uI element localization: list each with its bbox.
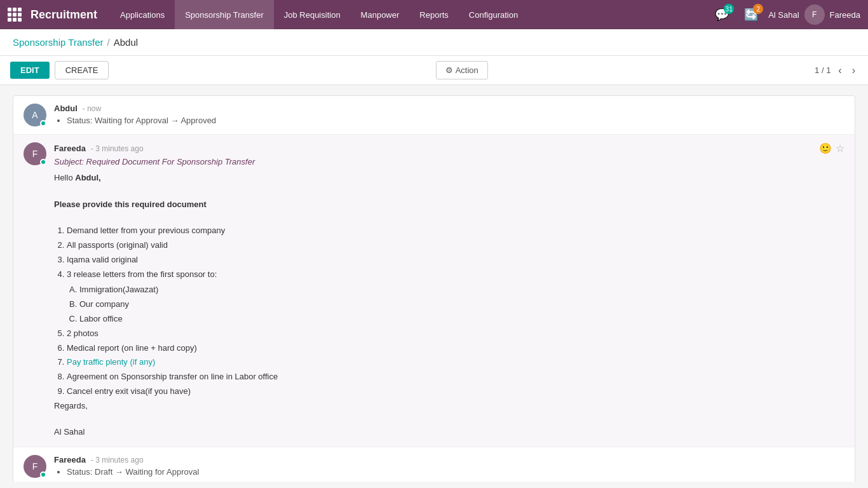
fareeda-avatar-text-2: F <box>32 461 38 471</box>
abdul-avatar: A <box>24 104 46 126</box>
toolbar: EDIT CREATE ⚙ Action 1 / 1 ‹ › <box>0 56 868 85</box>
fareeda-avatar-text: F <box>32 149 38 159</box>
activity-badge: 2 <box>753 4 763 14</box>
email-subject: Subject: Required Document For Sponsorsh… <box>54 157 844 166</box>
right-user-label: Fareeda <box>830 10 860 20</box>
gear-icon: ⚙ <box>445 65 453 75</box>
breadcrumb-parent[interactable]: Sponsorship Transfer <box>13 37 104 48</box>
chat-entry-status-approved: A Abdul - now Status: Waiting for Approv… <box>13 96 855 135</box>
nav-reports[interactable]: Reports <box>409 0 459 29</box>
doc-item-4: 3 release letters from the first sponsor… <box>67 268 844 326</box>
breadcrumb-separator: / <box>107 37 110 48</box>
doc-item-7: Pay traffic plenty (if any) <box>67 356 844 369</box>
user-avatar[interactable]: F <box>804 4 825 25</box>
fareeda-time-waiting: - 3 minutes ago <box>91 456 144 464</box>
sub-item-c: Labor office <box>79 313 844 326</box>
doc-item-6: Medical report (on line + hard copy) <box>67 342 844 355</box>
chat-header-waiting: Fareeda - 3 minutes ago <box>54 455 844 464</box>
activity-button[interactable]: 🔄 2 <box>739 5 763 24</box>
doc-item-5: 2 photos <box>67 327 844 341</box>
nav-applications[interactable]: Applications <box>110 0 175 29</box>
nav-sponsorship-transfer[interactable]: Sponsorship Transfer <box>175 0 274 29</box>
navbar-right: 💬 31 🔄 2 Al Sahal F Fareeda <box>710 4 860 25</box>
fareeda-author-waiting: Fareeda <box>54 455 86 464</box>
avatar-letter: A <box>32 110 37 120</box>
email-body-container: Fareeda - 3 minutes ago 🙂 ☆ Subject: Req… <box>54 142 844 439</box>
pagination-text: 1 / 1 <box>815 65 831 75</box>
main-content: A Abdul - now Status: Waiting for Approv… <box>0 85 868 482</box>
doc-item-8: Agreement on Sponsorship transfer on lin… <box>67 370 844 384</box>
fareeda-time-label: - 3 minutes ago <box>91 144 144 153</box>
next-button[interactable]: › <box>850 64 858 78</box>
action-button[interactable]: ⚙ Action <box>436 61 488 79</box>
status-text-approved: Status: Waiting for Approval → Approved <box>67 116 844 125</box>
brand[interactable]: Recruitment <box>8 8 97 22</box>
username-label: Al Sahal <box>768 10 799 20</box>
chat-author-abdul: Abdul <box>54 104 78 113</box>
status-change-waiting: Status: Draft → Waiting for Approval <box>54 467 844 477</box>
doc-item-3: Iqama valid original <box>67 254 844 267</box>
fareeda-online-dot-2 <box>40 471 46 478</box>
email-body: Hello Abdul, Please provide this require… <box>54 172 844 439</box>
nav-manpower[interactable]: Manpower <box>351 0 410 29</box>
status-change-approved: Status: Waiting for Approval → Approved <box>54 116 844 125</box>
fareeda-online-dot <box>40 159 46 165</box>
doc-item-9: Cancel entry exit visa(if you have) <box>67 385 844 398</box>
doc-item-2: All passports (original) valid <box>67 239 844 252</box>
fareeda-avatar-waiting: F <box>24 455 46 478</box>
chat-area: A Abdul - now Status: Waiting for Approv… <box>13 95 855 482</box>
chat-action-icons: 🙂 ☆ <box>819 142 844 154</box>
nav-configuration[interactable]: Configuration <box>459 0 528 29</box>
brand-name: Recruitment <box>31 8 97 22</box>
action-label: Action <box>456 65 478 75</box>
prev-button[interactable]: ‹ <box>836 64 844 78</box>
chat-entry-email: F Fareeda - 3 minutes ago 🙂 ☆ Subject: R… <box>13 135 855 447</box>
doc-item-1: Demand letter from your previous company <box>67 224 844 238</box>
star-button[interactable]: ☆ <box>836 142 844 154</box>
email-chat-header: Fareeda - 3 minutes ago 🙂 ☆ <box>54 142 844 154</box>
chat-entry-status-waiting: F Fareeda - 3 minutes ago Status: Draft … <box>13 447 855 482</box>
chat-body-waiting: Fareeda - 3 minutes ago Status: Draft → … <box>54 455 844 477</box>
chat-header: Abdul - now <box>54 104 844 113</box>
nav-job-requisition[interactable]: Job Requisition <box>274 0 351 29</box>
fareeda-avatar-email: F <box>24 142 46 165</box>
status-text-waiting: Status: Draft → Waiting for Approval <box>67 467 844 477</box>
emoji-button[interactable]: 🙂 <box>819 142 832 154</box>
sub-item-a: Immigration(Jawazat) <box>79 283 844 297</box>
breadcrumb-current: Abdul <box>114 37 138 48</box>
pagination: 1 / 1 ‹ › <box>815 64 858 78</box>
messages-button[interactable]: 💬 31 <box>710 5 734 24</box>
fareeda-author-label: Fareeda <box>54 144 86 153</box>
nav-items: Applications Sponsorship Transfer Job Re… <box>110 0 710 29</box>
top-navbar: Recruitment Applications Sponsorship Tra… <box>0 0 868 29</box>
chat-body-approved: Abdul - now Status: Waiting for Approval… <box>54 104 844 125</box>
messages-badge: 31 <box>724 4 734 14</box>
breadcrumb: Sponsorship Transfer / Abdul <box>0 29 868 56</box>
chat-time-now: - now <box>83 104 101 113</box>
create-button[interactable]: CREATE <box>55 61 109 79</box>
sub-item-b: Our company <box>79 298 844 311</box>
edit-button[interactable]: EDIT <box>10 62 50 79</box>
online-indicator <box>40 120 46 126</box>
grid-icon <box>8 8 22 22</box>
